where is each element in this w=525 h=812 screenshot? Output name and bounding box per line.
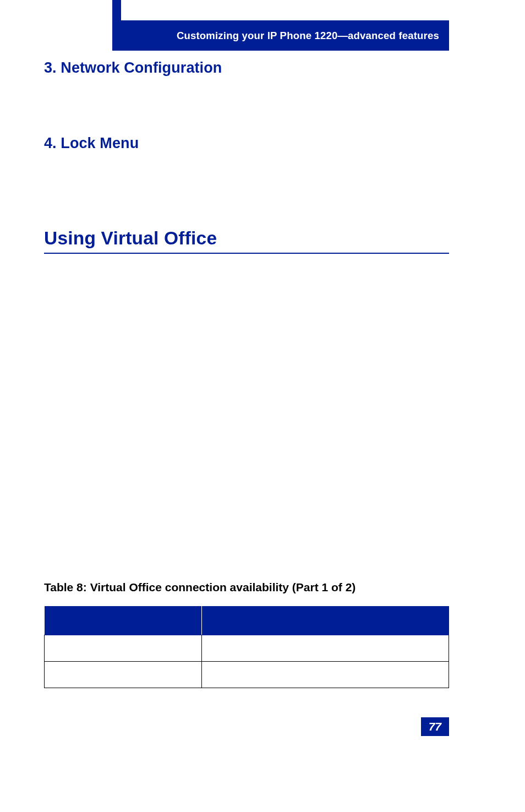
heading-lock-menu: 4. Lock Menu [44, 135, 449, 152]
table-caption: Table 8: Virtual Office connection avail… [44, 581, 449, 594]
table-row [45, 661, 449, 688]
table-row [45, 635, 449, 661]
page-header-bar: Customizing your IP Phone 1220—advanced … [121, 20, 449, 51]
table-header-cell [202, 606, 449, 635]
header-side-accent [112, 0, 121, 51]
table-header-cell [45, 606, 202, 635]
table-cell [202, 661, 449, 688]
page-number: 77 [421, 717, 449, 736]
heading-virtual-office: Using Virtual Office [44, 228, 449, 249]
heading-network-configuration: 3. Network Configuration [44, 59, 449, 77]
running-header-text: Customizing your IP Phone 1220—advanced … [177, 30, 439, 42]
page-content: 3. Network Configuration 4. Lock Menu Us… [44, 59, 449, 688]
table-cell [45, 635, 202, 661]
virtual-office-table [44, 606, 449, 688]
table-cell [202, 635, 449, 661]
table-header-row [45, 606, 449, 635]
heading-virtual-office-wrap: Using Virtual Office [44, 228, 449, 254]
table-cell [45, 661, 202, 688]
